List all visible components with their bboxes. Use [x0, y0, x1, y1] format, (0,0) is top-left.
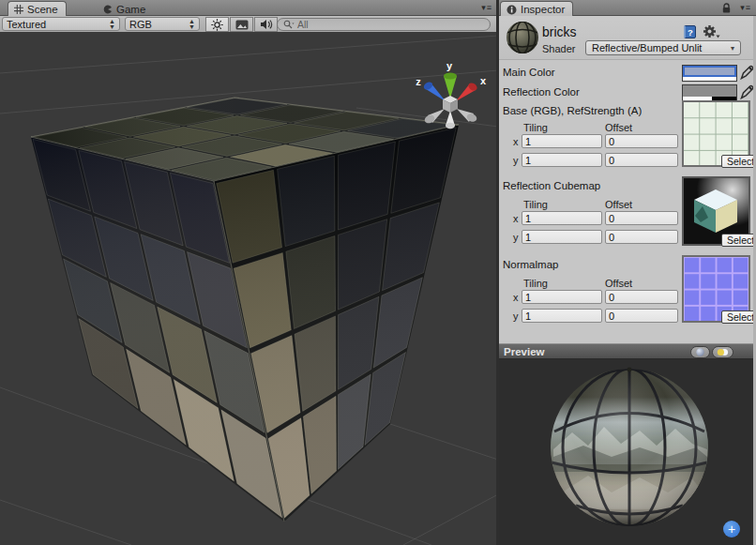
- grid-icon: [14, 5, 23, 14]
- tab-inspector[interactable]: Inspector: [500, 1, 573, 16]
- tab-game[interactable]: Game: [98, 1, 153, 16]
- tab-scene[interactable]: Scene: [8, 1, 67, 16]
- tab-inspector-label: Inspector: [521, 4, 565, 15]
- sun-icon: [211, 19, 223, 31]
- normalmap-select-button[interactable]: Select: [721, 310, 756, 324]
- eyedropper-icon[interactable]: [740, 65, 754, 80]
- draw-mode-value: Textured: [7, 19, 46, 30]
- normalmap-offset-x-input[interactable]: [605, 290, 678, 304]
- dropdown-arrows-icon: ▲▼: [189, 19, 195, 30]
- gizmo-y-label: y: [446, 60, 453, 71]
- base-texture-select-button[interactable]: Select: [721, 155, 756, 168]
- search-placeholder: All: [297, 19, 309, 30]
- normalmap-section-title: Normalmap: [503, 259, 558, 270]
- x-row-label: x: [513, 136, 519, 147]
- gizmo-z-axis[interactable]: [422, 81, 446, 101]
- main-color-swatch[interactable]: [682, 65, 737, 82]
- shader-dropdown[interactable]: Reflective/Bumped Unlit ▾: [585, 40, 741, 55]
- gear-icon[interactable]: [703, 24, 720, 39]
- preview-lighting-button[interactable]: [712, 346, 733, 358]
- normalmap-offset-y-input[interactable]: [605, 309, 678, 323]
- gizmo-y-axis[interactable]: [444, 73, 457, 98]
- gizmo-center-cube[interactable]: [443, 96, 458, 113]
- y-row-label: y: [513, 310, 519, 322]
- scene-tabstrip: Scene Game ▾≡: [0, 0, 498, 16]
- normalmap-tiling-x-input[interactable]: [522, 290, 602, 304]
- cubemap-tiling-y-input[interactable]: [522, 230, 602, 244]
- main-color-fill: [683, 66, 736, 77]
- x-row-label: x: [513, 292, 519, 303]
- scene-panel-menu-icon[interactable]: ▾≡: [477, 4, 492, 12]
- plus-icon: +: [728, 522, 735, 537]
- reflection-color-fill: [683, 85, 736, 97]
- scene-panel: Scene Game ▾≡ Textured ▲▼ RGB ▲▼: [0, 0, 498, 545]
- normalmap-tiling-y-input[interactable]: [522, 309, 602, 323]
- main-color-label: Main Color: [503, 67, 555, 78]
- base-section-title: Base (RGB), RefStrength (A): [503, 105, 642, 116]
- offset-header: Offset: [605, 199, 632, 210]
- cubemap-offset-x-input[interactable]: [605, 211, 678, 225]
- cubemap-select-button[interactable]: Select: [721, 234, 756, 247]
- cubemap-tiling-x-input[interactable]: [522, 211, 602, 225]
- lock-icon[interactable]: [721, 3, 732, 14]
- gizmo-x-label: x: [480, 75, 487, 86]
- offset-header: Offset: [605, 122, 632, 133]
- material-name: bricks: [542, 24, 577, 39]
- game-icon: [103, 5, 113, 14]
- tab-game-label: Game: [116, 4, 145, 15]
- speaker-icon: [260, 19, 273, 30]
- cubemap-offset-y-input[interactable]: [605, 230, 678, 244]
- add-button[interactable]: +: [723, 521, 740, 537]
- gizmo-x-axis[interactable]: [456, 82, 478, 101]
- scene-toolbar: Textured ▲▼ RGB ▲▼: [0, 16, 498, 33]
- tiling-header: Tiling: [523, 122, 548, 133]
- info-icon: [507, 5, 517, 15]
- svg-text:?: ?: [688, 27, 693, 38]
- base-offset-x-input[interactable]: [605, 134, 678, 148]
- shader-label: Shader: [542, 43, 575, 54]
- offset-header: Offset: [605, 278, 632, 289]
- base-tiling-y-input[interactable]: [522, 153, 602, 167]
- scene-skybox-toggle[interactable]: [230, 17, 253, 32]
- render-channel-value: RGB: [129, 19, 152, 30]
- material-preview-area[interactable]: [499, 359, 756, 545]
- material-ball-thumbnail: [506, 21, 539, 54]
- base-offset-y-input[interactable]: [605, 153, 678, 167]
- base-tiling-x-input[interactable]: [522, 134, 602, 148]
- dropdown-arrows-icon: ▲▼: [109, 19, 115, 30]
- render-channel-dropdown[interactable]: RGB ▲▼: [125, 17, 200, 31]
- shader-value: Reflective/Bumped Unlit: [592, 42, 702, 53]
- gizmo-z-label: z: [416, 76, 421, 87]
- x-row-label: x: [513, 213, 519, 224]
- cubemap-section-title: Reflection Cubemap: [503, 180, 600, 191]
- eyedropper-icon[interactable]: [740, 84, 754, 99]
- preview-mesh-button[interactable]: [690, 346, 710, 358]
- scene-audio-toggle[interactable]: [254, 17, 278, 32]
- preview-sphere: [499, 359, 756, 545]
- inspector-panel-menu-icon[interactable]: ▾≡: [736, 4, 751, 12]
- help-icon[interactable]: ?: [683, 24, 697, 39]
- inspector-tabstrip: Inspector ▾≡: [499, 0, 756, 16]
- inspector-panel: Inspector ▾≡: [499, 0, 756, 545]
- unity-editor-window: Scene Game ▾≡ Textured ▲▼ RGB ▲▼: [0, 0, 756, 545]
- y-row-label: y: [513, 232, 519, 243]
- scene-viewport[interactable]: y z x: [0, 33, 498, 545]
- reflection-color-label: Reflection Color: [503, 86, 580, 98]
- reflection-color-swatch[interactable]: [682, 84, 737, 101]
- material-header: bricks Shader Reflective/Bumped Unlit ▾ …: [499, 16, 756, 60]
- main-color-alpha-bar: [683, 77, 736, 81]
- preview-header[interactable]: Preview: [499, 343, 756, 359]
- tiling-header: Tiling: [523, 199, 548, 210]
- scene-search-field[interactable]: All: [277, 18, 491, 31]
- tab-scene-label: Scene: [27, 4, 58, 15]
- scene-lighting-toggle[interactable]: [205, 17, 229, 32]
- y-row-label: y: [513, 155, 519, 166]
- draw-mode-dropdown[interactable]: Textured ▲▼: [2, 17, 120, 31]
- lighting-icon: [717, 348, 729, 356]
- image-icon: [235, 20, 249, 30]
- tiling-header: Tiling: [523, 278, 548, 289]
- search-icon: [283, 20, 295, 29]
- preview-title: Preview: [504, 346, 544, 357]
- scene-gizmo[interactable]: y z x: [403, 47, 497, 136]
- chevron-down-icon: ▾: [731, 44, 734, 53]
